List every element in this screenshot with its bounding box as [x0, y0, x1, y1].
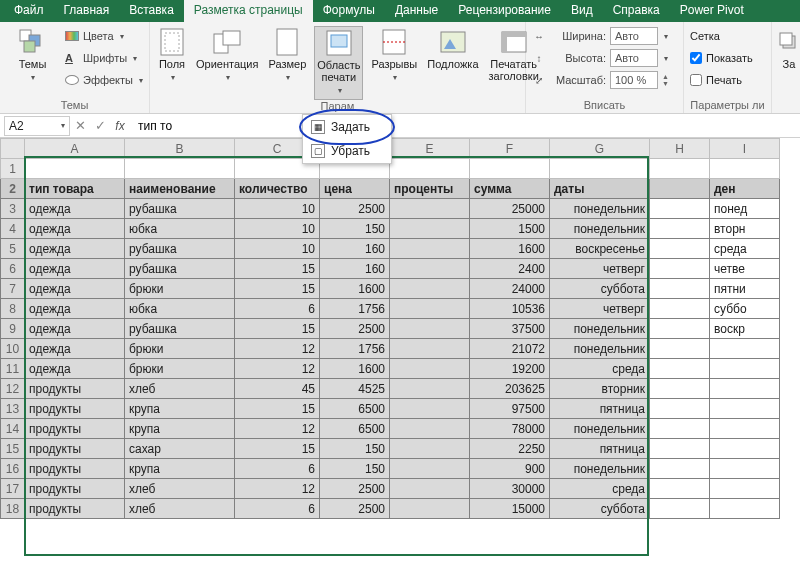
cell-H4[interactable]	[650, 219, 710, 239]
cell-B2[interactable]: наименование	[125, 179, 235, 199]
menu-вставка[interactable]: Вставка	[119, 0, 184, 22]
cell-C9[interactable]: 15	[235, 319, 320, 339]
cell-C6[interactable]: 15	[235, 259, 320, 279]
cell-H16[interactable]	[650, 459, 710, 479]
cell-I13[interactable]	[710, 399, 780, 419]
row-header-16[interactable]: 16	[1, 459, 25, 479]
print-area-set-item[interactable]: ▦Задать	[303, 115, 391, 139]
print-area-button[interactable]: Область печати▾	[314, 26, 363, 100]
cell-G12[interactable]: вторник	[550, 379, 650, 399]
cell-B3[interactable]: рубашка	[125, 199, 235, 219]
cell-D4[interactable]: 150	[320, 219, 390, 239]
themes-button[interactable]: Темы ▾	[6, 26, 59, 86]
cell-A3[interactable]: одежда	[25, 199, 125, 219]
menu-главная[interactable]: Главная	[54, 0, 120, 22]
cell-E4[interactable]	[390, 219, 470, 239]
cell-I12[interactable]	[710, 379, 780, 399]
row-header-3[interactable]: 3	[1, 199, 25, 219]
cell-I17[interactable]	[710, 479, 780, 499]
cell-D5[interactable]: 160	[320, 239, 390, 259]
cell-F18[interactable]: 15000	[470, 499, 550, 519]
cell-G10[interactable]: понедельник	[550, 339, 650, 359]
cell-B18[interactable]: хлеб	[125, 499, 235, 519]
cell-E9[interactable]	[390, 319, 470, 339]
row-header-18[interactable]: 18	[1, 499, 25, 519]
cell-I3[interactable]: понед	[710, 199, 780, 219]
cell-E14[interactable]	[390, 419, 470, 439]
cell-G9[interactable]: понедельник	[550, 319, 650, 339]
cell-C11[interactable]: 12	[235, 359, 320, 379]
cell-G18[interactable]: суббота	[550, 499, 650, 519]
cell-D14[interactable]: 6500	[320, 419, 390, 439]
cell-D18[interactable]: 2500	[320, 499, 390, 519]
cell-H6[interactable]	[650, 259, 710, 279]
cell-E2[interactable]: проценты	[390, 179, 470, 199]
cell-F16[interactable]: 900	[470, 459, 550, 479]
cell-C12[interactable]: 45	[235, 379, 320, 399]
cell-G13[interactable]: пятница	[550, 399, 650, 419]
cell-H11[interactable]	[650, 359, 710, 379]
insert-function-button[interactable]: fx	[110, 116, 130, 136]
cell-B4[interactable]: юбка	[125, 219, 235, 239]
cell-C8[interactable]: 6	[235, 299, 320, 319]
cell-E8[interactable]	[390, 299, 470, 319]
cell-I15[interactable]	[710, 439, 780, 459]
cell-D11[interactable]: 1600	[320, 359, 390, 379]
cell-H8[interactable]	[650, 299, 710, 319]
cell-H15[interactable]	[650, 439, 710, 459]
cell-I11[interactable]	[710, 359, 780, 379]
theme-fonts-button[interactable]: AШрифты▾	[65, 48, 143, 68]
cell-I6[interactable]: четве	[710, 259, 780, 279]
menu-формулы[interactable]: Формулы	[313, 0, 385, 22]
print-area-clear-item[interactable]: ▢Убрать	[303, 139, 391, 163]
row-header-7[interactable]: 7	[1, 279, 25, 299]
cell-D3[interactable]: 2500	[320, 199, 390, 219]
cell-H5[interactable]	[650, 239, 710, 259]
cell-H14[interactable]	[650, 419, 710, 439]
cell-F7[interactable]: 24000	[470, 279, 550, 299]
row-header-14[interactable]: 14	[1, 419, 25, 439]
row-header-9[interactable]: 9	[1, 319, 25, 339]
cell-F15[interactable]: 2250	[470, 439, 550, 459]
cell-C3[interactable]: 10	[235, 199, 320, 219]
cell-E12[interactable]	[390, 379, 470, 399]
cell-A13[interactable]: продукты	[25, 399, 125, 419]
cell-A8[interactable]: одежда	[25, 299, 125, 319]
scale-height-field[interactable]: Авто	[610, 49, 658, 67]
cell-E3[interactable]	[390, 199, 470, 219]
theme-effects-button[interactable]: Эффекты▾	[65, 70, 143, 90]
cell-C10[interactable]: 12	[235, 339, 320, 359]
cell-I16[interactable]	[710, 459, 780, 479]
cell-A5[interactable]: одежда	[25, 239, 125, 259]
row-header-12[interactable]: 12	[1, 379, 25, 399]
cell-I9[interactable]: воскр	[710, 319, 780, 339]
cell-C17[interactable]: 12	[235, 479, 320, 499]
select-all-corner[interactable]	[1, 139, 25, 159]
scale-percent-row[interactable]: ⤢Масштаб:100 %▲▼	[532, 70, 669, 90]
scale-height-row[interactable]: ↕Высота:Авто▾	[532, 48, 669, 68]
cell-F10[interactable]: 21072	[470, 339, 550, 359]
cell-I4[interactable]: вторн	[710, 219, 780, 239]
cell-G5[interactable]: воскресенье	[550, 239, 650, 259]
col-header-F[interactable]: F	[470, 139, 550, 159]
bring-forward-button[interactable]: За	[778, 26, 800, 72]
cell-F3[interactable]: 25000	[470, 199, 550, 219]
cell-D6[interactable]: 160	[320, 259, 390, 279]
cell-D13[interactable]: 6500	[320, 399, 390, 419]
cell-A9[interactable]: одежда	[25, 319, 125, 339]
cell-I8[interactable]: суббо	[710, 299, 780, 319]
cell-H18[interactable]	[650, 499, 710, 519]
cell-E7[interactable]	[390, 279, 470, 299]
cell-H9[interactable]	[650, 319, 710, 339]
cell-G7[interactable]: суббота	[550, 279, 650, 299]
name-box[interactable]: A2▾	[4, 116, 70, 136]
accept-formula-button[interactable]: ✓	[90, 116, 110, 136]
row-header-10[interactable]: 10	[1, 339, 25, 359]
menu-разметка-страницы[interactable]: Разметка страницы	[184, 0, 313, 22]
cell-C18[interactable]: 6	[235, 499, 320, 519]
cell-H12[interactable]	[650, 379, 710, 399]
cell-F11[interactable]: 19200	[470, 359, 550, 379]
cell-D8[interactable]: 1756	[320, 299, 390, 319]
cell-B17[interactable]: хлеб	[125, 479, 235, 499]
cell-D15[interactable]: 150	[320, 439, 390, 459]
